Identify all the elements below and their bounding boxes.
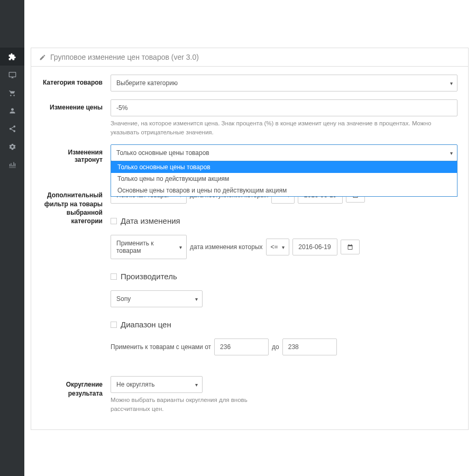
label-price-change: Изменение цены xyxy=(42,99,111,111)
gear-icon xyxy=(8,143,16,151)
price-to-input[interactable] xyxy=(282,338,337,355)
share-icon xyxy=(8,125,16,133)
price-to-label: до xyxy=(272,343,279,351)
label-rounding: Округление результата xyxy=(42,376,111,397)
filter-manufacturer: Производитель Sony xyxy=(111,272,457,307)
cart-icon xyxy=(8,89,16,97)
label-filter: Дополнительный фильтр на товары выбранно… xyxy=(42,187,111,225)
date-change-date-button[interactable] xyxy=(341,240,360,254)
affects-option-0[interactable]: Только основные цены товаров xyxy=(111,161,457,173)
row-filter: Дополнительный фильтр на товары выбранно… xyxy=(42,187,457,368)
sidebar-item-customers[interactable] xyxy=(0,102,24,120)
panel-header: Групповое изменение цен товаров (ver 3.0… xyxy=(31,48,468,67)
main-content: Групповое изменение цен товаров (ver 3.0… xyxy=(24,0,476,476)
user-icon xyxy=(8,107,16,115)
affects-option-2[interactable]: Основные цены товаров и цены по действую… xyxy=(111,185,457,196)
row-rounding: Округление результата Не округлять Можно… xyxy=(42,376,457,413)
rounding-help: Можно выбрать варианты округления для вн… xyxy=(111,396,259,413)
manufacturer-checkbox[interactable] xyxy=(111,273,117,280)
row-affects: Изменения затронут Только основные цены … xyxy=(42,144,457,163)
label-category: Категория товаров xyxy=(42,75,111,86)
row-price-change: Изменение цены Значение, на которое изме… xyxy=(42,99,457,136)
puzzle-icon xyxy=(8,53,16,61)
monitor-icon xyxy=(8,71,16,79)
settings-panel: Групповое изменение цен товаров (ver 3.0… xyxy=(31,48,469,430)
row-category: Категория товаров Выберите категорию xyxy=(42,75,457,91)
rounding-select[interactable]: Не округлять xyxy=(111,376,203,393)
pencil-icon xyxy=(39,54,46,61)
filter-price-range: Диапазон цен Применить к товарам с ценам… xyxy=(111,320,457,355)
sidebar-item-system[interactable] xyxy=(0,138,24,155)
label-affects: Изменения затронут xyxy=(42,144,111,163)
chart-icon xyxy=(8,161,16,169)
price-from-input[interactable] xyxy=(214,338,269,355)
date-change-title: Дата изменения xyxy=(121,216,180,225)
date-change-checkbox[interactable] xyxy=(111,218,117,224)
date-change-date-input[interactable] xyxy=(292,239,337,255)
sidebar-item-marketing[interactable] xyxy=(0,120,24,138)
affects-option-1[interactable]: Только цены по действующим акциям xyxy=(111,173,457,185)
affects-dropdown: Только основные цены товаров Только цены… xyxy=(111,161,457,197)
manufacturer-title: Производитель xyxy=(121,272,177,281)
calendar-icon xyxy=(347,244,353,250)
sidebar-item-reports[interactable] xyxy=(0,155,24,173)
price-range-prefix: Применить к товарам с ценами от xyxy=(111,343,211,351)
category-select[interactable]: Выберите категорию xyxy=(111,75,457,91)
price-range-title: Диапазон цен xyxy=(121,320,171,329)
sidebar-item-catalog[interactable] xyxy=(0,66,24,84)
date-change-mode-select[interactable]: Применить к товарам xyxy=(111,235,187,259)
price-range-checkbox[interactable] xyxy=(111,322,117,328)
admin-sidebar xyxy=(0,0,24,476)
date-change-op-select[interactable]: <= xyxy=(266,239,289,255)
price-change-input[interactable] xyxy=(111,99,457,116)
manufacturer-select[interactable]: Sony xyxy=(111,290,203,307)
sidebar-item-modules[interactable] xyxy=(0,48,24,66)
price-change-help: Значение, на которое изменится цена. Зна… xyxy=(111,119,457,136)
sidebar-item-sales[interactable] xyxy=(0,84,24,102)
affects-select[interactable]: Только основные цены товаров xyxy=(111,144,457,161)
panel-title: Групповое изменение цен товаров (ver 3.0… xyxy=(50,53,199,61)
date-change-label: дата изменения которых xyxy=(190,243,263,251)
filter-date-change: Дата изменения Применить к товарам дата … xyxy=(111,216,457,259)
